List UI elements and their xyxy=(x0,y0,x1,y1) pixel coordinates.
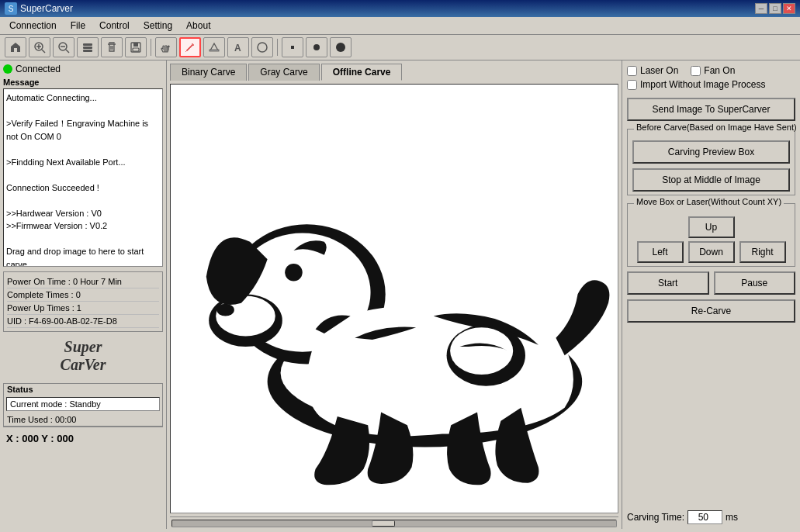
laser-on-label: Laser On xyxy=(640,65,678,76)
carve-image xyxy=(171,85,618,513)
msg-line-11: Drag and drop image to here to start car… xyxy=(6,245,160,267)
dot-large-button[interactable] xyxy=(330,37,352,57)
tab-binary-carve[interactable]: Binary Carve xyxy=(170,64,247,81)
svg-point-26 xyxy=(216,304,234,316)
svg-point-29 xyxy=(450,327,513,375)
canvas-area[interactable] xyxy=(170,84,618,513)
left-button[interactable]: Left xyxy=(637,241,684,263)
right-button[interactable]: Right xyxy=(739,241,786,263)
zoom-out-button[interactable] xyxy=(53,37,74,57)
pause-button[interactable]: Pause xyxy=(714,271,796,295)
horizontal-scrollbar[interactable] xyxy=(170,516,618,529)
eraser-button[interactable] xyxy=(203,37,225,57)
msg-line-1 xyxy=(6,105,160,118)
menu-file[interactable]: File xyxy=(64,19,92,33)
connection-dot xyxy=(3,64,12,74)
device-info: Power On Time : 0 Hour 7 Min Complete Ti… xyxy=(3,271,163,332)
scrollbar-track[interactable] xyxy=(171,520,617,527)
msg-line-0: Automatic Connecting... xyxy=(6,92,160,105)
coordinates-bar: X : 000 Y : 000 xyxy=(3,427,163,450)
down-button[interactable]: Down xyxy=(688,241,735,263)
msg-line-5 xyxy=(6,168,160,181)
app-icon: S xyxy=(5,2,17,15)
menu-about[interactable]: About xyxy=(180,19,216,33)
import-without-row: Import Without Image Process xyxy=(627,79,795,90)
import-without-checkbox[interactable] xyxy=(627,80,637,90)
svg-line-5 xyxy=(66,50,69,53)
laser-on-row: Laser On Fan On xyxy=(627,65,795,76)
power-up-times: Power Up Times : 1 xyxy=(7,302,159,315)
svg-rect-12 xyxy=(133,48,139,51)
message-box[interactable]: Automatic Connecting... >Verify Failed！E… xyxy=(3,88,163,267)
logo-carver: CarVer xyxy=(3,356,163,374)
title-bar: S SuperCarver ─ □ ✕ xyxy=(0,0,800,17)
separator-1 xyxy=(151,39,151,56)
text-button[interactable]: A xyxy=(227,37,249,57)
tabs-bar: Binary Carve Gray Carve Offline Carve xyxy=(167,60,622,81)
pencil-button[interactable] xyxy=(179,37,201,57)
msg-line-9: >>Firmwear Version : V0.2 xyxy=(6,219,160,233)
send-image-button[interactable]: Send Image To SuperCarver xyxy=(627,98,795,121)
menu-connection[interactable]: Connection xyxy=(3,19,63,33)
dot-small-button[interactable] xyxy=(282,37,303,57)
top-options: Laser On Fan On Import Without Image Pro… xyxy=(627,65,795,90)
svg-point-15 xyxy=(258,43,267,52)
scrollbar-thumb[interactable] xyxy=(372,520,395,527)
svg-rect-9 xyxy=(83,50,92,52)
svg-point-18 xyxy=(336,43,345,52)
carving-time-unit: ms xyxy=(726,512,738,523)
connected-label: Connected xyxy=(16,64,61,74)
zoom-in-button[interactable] xyxy=(29,37,50,57)
save-button[interactable] xyxy=(125,37,147,57)
stop-middle-button[interactable]: Stop at Middle of Image xyxy=(632,168,790,192)
start-button[interactable]: Start xyxy=(627,271,709,295)
svg-point-17 xyxy=(313,44,320,50)
right-panel: Laser On Fan On Import Without Image Pro… xyxy=(622,60,800,529)
home-button[interactable] xyxy=(5,37,26,57)
power-on-time: Power On Time : 0 Hour 7 Min xyxy=(7,275,159,288)
tab-gray-carve[interactable]: Gray Carve xyxy=(248,64,319,81)
fan-on-label: Fan On xyxy=(704,65,735,76)
re-carve-button[interactable]: Re-Carve xyxy=(627,299,795,323)
time-used: Time Used : 00:00 xyxy=(4,413,162,426)
carving-time-input[interactable] xyxy=(687,510,722,524)
toolbar: A xyxy=(0,35,800,60)
menu-bar: Connection File Control Setting About xyxy=(0,17,800,35)
close-btn[interactable]: ✕ xyxy=(783,3,795,14)
status-title: Status xyxy=(4,384,162,395)
msg-line-3 xyxy=(6,143,160,156)
dot-medium-button[interactable] xyxy=(306,37,327,57)
move-box-group: Move Box or Laser(Without Count XY) Up L… xyxy=(627,203,795,267)
svg-point-27 xyxy=(285,264,303,282)
menu-control[interactable]: Control xyxy=(93,19,136,33)
move-box-label: Move Box or Laser(Without Count XY) xyxy=(634,197,784,206)
circle-button[interactable] xyxy=(251,37,273,57)
up-button[interactable]: Up xyxy=(688,216,735,238)
carving-preview-button[interactable]: Carving Preview Box xyxy=(632,140,790,164)
left-panel: Connected Message Automatic Connecting..… xyxy=(0,60,167,529)
maximize-btn[interactable]: □ xyxy=(769,3,781,14)
msg-line-4: >Findding Next Available Port... xyxy=(6,156,160,169)
msg-line-10 xyxy=(6,233,160,246)
minimize-btn[interactable]: ─ xyxy=(755,3,767,14)
supercarver-logo: Super CarVer xyxy=(3,338,163,374)
menu-setting[interactable]: Setting xyxy=(137,19,178,33)
layers-button[interactable] xyxy=(77,37,99,57)
svg-rect-13 xyxy=(210,50,219,51)
center-panel: Binary Carve Gray Carve Offline Carve xyxy=(167,60,622,529)
current-mode: Current mode : Standby xyxy=(6,397,160,411)
tab-offline-carve[interactable]: Offline Carve xyxy=(321,64,403,81)
svg-rect-16 xyxy=(291,46,294,49)
svg-rect-8 xyxy=(83,47,92,49)
carving-time-label: Carving Time: xyxy=(627,512,684,523)
status-section: Status Current mode : Standby Time Used … xyxy=(3,383,163,427)
svg-line-1 xyxy=(42,50,45,53)
hand-button[interactable] xyxy=(155,37,177,57)
delete-button[interactable] xyxy=(101,37,123,57)
complete-times: Complete Times : 0 xyxy=(7,288,159,302)
separator-2 xyxy=(277,39,278,56)
msg-line-7 xyxy=(6,194,160,207)
fan-on-checkbox[interactable] xyxy=(691,66,701,76)
xy-coords: X : 000 Y : 000 xyxy=(6,433,74,444)
laser-on-checkbox[interactable] xyxy=(627,66,637,76)
